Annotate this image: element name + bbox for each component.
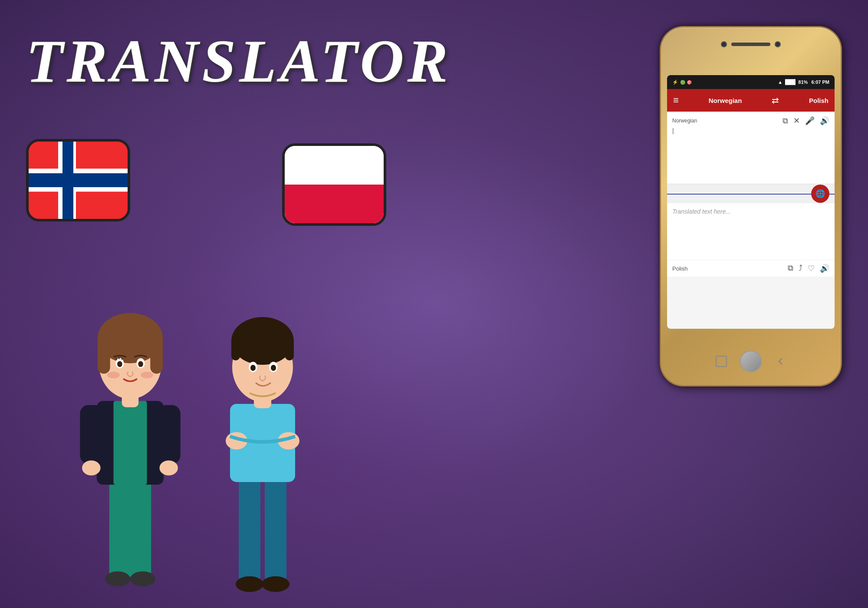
norway-cross-vertical-blue	[62, 142, 73, 219]
svg-rect-29	[231, 339, 240, 360]
clock-time: 6:07 PM	[811, 79, 829, 85]
svg-rect-10	[98, 336, 110, 374]
swap-languages-icon[interactable]: ⇄	[772, 95, 779, 106]
status-right: ▲ ▉▉▉ 81% 6:07 PM	[778, 79, 829, 85]
phone-device: ⚡ 🟢 🎯 ▲ ▉▉▉ 81% 6:07 PM ≡ Norwegian ⇄ Po…	[660, 26, 842, 387]
svg-point-14	[117, 361, 122, 367]
svg-point-19	[130, 572, 155, 587]
phone-bottom-nav	[716, 350, 786, 372]
input-label-row: Norwegian ⧉ ✕ 🎤 🔊	[672, 116, 829, 126]
svg-point-28	[231, 317, 294, 365]
menu-hamburger-icon[interactable]: ≡	[673, 95, 679, 106]
norway-cross-horizontal-blue	[29, 173, 128, 187]
output-toolbar: Polish ⧉ ⤴ ♡ 🔊	[667, 260, 835, 277]
camera-lens-left	[721, 41, 727, 47]
battery-level: 81%	[798, 79, 808, 85]
notification-icons: 🟢 🎯	[680, 80, 692, 85]
status-bar: ⚡ 🟢 🎯 ▲ ▉▉▉ 81% 6:07 PM	[667, 75, 835, 89]
svg-point-17	[141, 372, 153, 378]
source-text-input[interactable]: |	[672, 127, 829, 179]
poland-flag	[285, 146, 384, 223]
svg-point-6	[160, 460, 178, 476]
norway-flag	[29, 142, 128, 219]
usb-icon: ⚡	[672, 79, 678, 85]
svg-rect-30	[285, 339, 294, 360]
clear-icon[interactable]: ✕	[793, 116, 800, 126]
status-left: ⚡ 🟢 🎯	[672, 79, 692, 85]
output-favorite-icon[interactable]: ♡	[808, 264, 815, 273]
translate-button[interactable]: 🌐	[811, 185, 829, 203]
recent-apps-button[interactable]	[716, 356, 727, 367]
svg-rect-2	[113, 401, 147, 485]
translate-icon: 🌐	[815, 189, 825, 198]
female-character	[72, 269, 189, 608]
output-share-icon[interactable]: ⤴	[799, 264, 802, 273]
svg-rect-20	[239, 465, 260, 582]
input-action-icons: ⧉ ✕ 🎤 🔊	[783, 116, 829, 126]
back-arrow-icon	[776, 357, 785, 366]
svg-rect-4	[158, 405, 181, 464]
svg-point-15	[138, 361, 143, 367]
svg-rect-3	[80, 405, 103, 464]
output-listen-icon[interactable]: 🔊	[820, 264, 829, 273]
source-language-label[interactable]: Norwegian	[709, 97, 742, 104]
copy-icon[interactable]: ⧉	[783, 116, 788, 126]
characters-illustration	[43, 217, 347, 608]
listen-icon[interactable]: 🔊	[820, 116, 829, 126]
output-language-label: Polish	[672, 265, 687, 272]
svg-point-18	[105, 572, 130, 587]
signal-bars: ▉▉▉	[785, 79, 796, 85]
divider-section: 🌐	[667, 184, 835, 203]
svg-point-33	[250, 365, 256, 371]
phone-screen: ⚡ 🟢 🎯 ▲ ▉▉▉ 81% 6:07 PM ≡ Norwegian ⇄ Po…	[667, 75, 835, 329]
input-language-label: Norwegian	[672, 118, 697, 124]
phone-camera-area	[721, 41, 781, 47]
svg-point-16	[107, 372, 120, 378]
back-button[interactable]	[775, 356, 786, 367]
svg-rect-11	[150, 336, 163, 374]
output-copy-icon[interactable]: ⧉	[788, 264, 793, 273]
app-toolbar: ≡ Norwegian ⇄ Polish	[667, 89, 835, 112]
output-action-icons: ⧉ ⤴ ♡ 🔊	[788, 264, 829, 273]
male-character	[206, 282, 319, 608]
svg-point-34	[271, 365, 276, 371]
microphone-icon[interactable]: 🎤	[805, 116, 815, 126]
svg-point-36	[262, 576, 289, 592]
home-button[interactable]	[740, 350, 762, 372]
svg-point-35	[236, 576, 263, 592]
wifi-icon: ▲	[778, 79, 783, 85]
divider-line	[667, 194, 835, 195]
app-title: TRANSLATOR	[26, 26, 451, 96]
svg-rect-21	[265, 465, 286, 582]
speaker-grille	[731, 43, 770, 46]
output-section: Translated text here...	[667, 203, 835, 260]
phone-body: ⚡ 🟢 🎯 ▲ ▉▉▉ 81% 6:07 PM ≡ Norwegian ⇄ Po…	[660, 26, 842, 387]
input-section: Norwegian ⧉ ✕ 🎤 🔊 |	[667, 112, 835, 184]
output-placeholder-text: Translated text here...	[672, 208, 731, 215]
target-language-label[interactable]: Polish	[809, 97, 829, 104]
camera-lens-right	[775, 41, 781, 47]
svg-point-5	[82, 460, 100, 476]
poland-flag-white	[285, 146, 384, 185]
